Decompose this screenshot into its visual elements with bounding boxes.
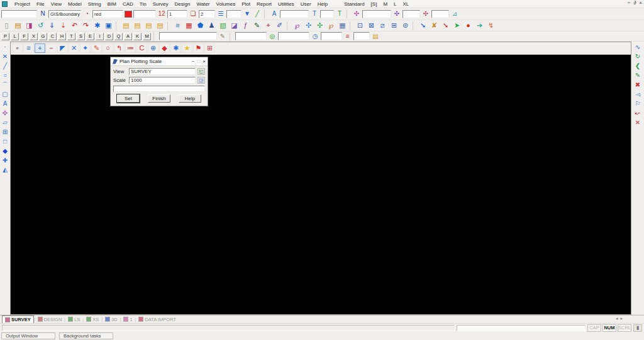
zoom-out-icon[interactable]: − (46, 43, 57, 53)
dropdown-arrow-icon[interactable]: ▼ (243, 9, 252, 18)
snap-letter-a[interactable]: A (124, 33, 132, 40)
pinwheel-1-icon[interactable]: ✣ (352, 9, 361, 18)
snap-letter-i[interactable]: I (96, 33, 104, 40)
calendar-icon[interactable]: ▦ (184, 21, 194, 30)
edit-flag-icon[interactable]: ⚐ (633, 99, 643, 108)
toggle-cap[interactable]: CAP (587, 324, 601, 332)
target-icon[interactable]: ⌖ (263, 21, 274, 30)
snap-letter-c[interactable]: C (48, 33, 57, 40)
restore-icon[interactable]: ∂ (633, 0, 636, 6)
model-input[interactable]: GIS/Boundary (48, 10, 81, 18)
tin-input-1[interactable] (362, 10, 391, 18)
menu-view[interactable]: View (48, 1, 65, 7)
tab-1[interactable]: 1 (121, 315, 135, 323)
p-macro-2-icon[interactable]: ℘ (326, 21, 336, 30)
edit-pencil-icon[interactable]: ✎ (218, 32, 227, 41)
view-menu-icon[interactable]: ≡ (23, 43, 34, 53)
menu-string[interactable]: String (85, 1, 104, 7)
tab-scroll-right-icon[interactable]: ▸ (620, 316, 623, 321)
north-symbol-icon[interactable]: N (38, 9, 47, 18)
settings-gear-icon[interactable]: ✱ (92, 21, 103, 30)
set-button[interactable]: Set (117, 94, 140, 103)
box-cross-icon[interactable]: ⊠ (366, 21, 377, 30)
menu-file[interactable]: File (33, 1, 48, 7)
edit-close-icon[interactable]: ✕ (633, 118, 643, 127)
layers-icon[interactable]: ≔ (125, 43, 136, 53)
previous-view-icon[interactable]: ↰ (114, 43, 125, 53)
draw-rect-icon[interactable]: ▢ (1, 90, 10, 99)
draw-text-icon[interactable]: A (1, 99, 10, 108)
edit-zigzag-icon[interactable]: ∿ (633, 43, 643, 52)
tile-windows-icon[interactable]: ⊞ (204, 43, 215, 53)
import-icon[interactable]: ⇓ (47, 21, 57, 30)
box-line-icon[interactable]: ⧄ (377, 21, 388, 30)
menu-user[interactable]: User (297, 1, 314, 7)
draw-grid-icon[interactable]: ⊞ (1, 128, 10, 137)
snap-letter-p[interactable]: P (1, 33, 9, 40)
colour-input[interactable]: red (92, 10, 123, 18)
folder-strings-icon[interactable]: ▤ (132, 21, 143, 30)
snap-letter-s[interactable]: S (77, 33, 85, 40)
menu-m[interactable]: M (380, 1, 391, 7)
edit-pen-icon[interactable]: ✎ (633, 71, 643, 80)
menu-help[interactable]: Help (314, 1, 331, 7)
tab-ls[interactable]: LS (65, 315, 82, 323)
tin-input-2[interactable] (402, 10, 420, 18)
pencil-icon[interactable]: ✐ (274, 21, 285, 30)
menu-standard[interactable]: Standard (341, 1, 367, 7)
snap-letter-m[interactable]: M (143, 33, 151, 40)
cad-text-input[interactable] (1, 10, 37, 18)
text-t-blue-icon[interactable]: T (310, 9, 319, 18)
tick-line-icon[interactable]: ╱ (253, 9, 262, 18)
snap-grid-icon[interactable]: ➤ (452, 21, 462, 30)
open-project-icon[interactable]: ▤ (13, 21, 23, 30)
pinwheel-2-icon[interactable]: ✣ (392, 9, 401, 18)
drive-mode-icon[interactable]: ⊕ (148, 43, 158, 53)
pinwheel-3-icon[interactable]: ✣ (421, 9, 430, 18)
scale-picker-icon[interactable]: ◲ (197, 77, 205, 84)
menu-survey[interactable]: Survey (150, 1, 172, 7)
draw-point-icon[interactable]: · (1, 43, 10, 52)
time-value-input[interactable] (278, 32, 309, 40)
ruler-icon[interactable]: ≡ (343, 32, 352, 41)
draw-arc-icon[interactable]: ⌒ (1, 81, 10, 89)
menu--s-[interactable]: [S] (368, 1, 380, 7)
snap-ring-icon[interactable]: ◎ (268, 32, 277, 41)
menu-water[interactable]: Water (193, 1, 213, 7)
snap-letter-f[interactable]: F (20, 33, 28, 40)
export-icon[interactable]: ⇣ (58, 21, 69, 30)
fit-view-icon[interactable]: ✕ (69, 43, 79, 53)
minimize-icon[interactable]: − (628, 0, 631, 6)
snap-letter-g[interactable]: G (39, 33, 47, 40)
scale-field-input[interactable]: 1000 (129, 77, 196, 84)
linestyle-icon[interactable]: ❏ (189, 9, 197, 18)
zoom-in-icon[interactable]: + (35, 43, 45, 53)
snap-letter-l[interactable]: L (11, 33, 19, 40)
menu-project[interactable]: Project (11, 1, 33, 7)
draw-angle-icon[interactable]: ◭ (1, 166, 10, 174)
pen-icon[interactable]: ✎ (252, 21, 262, 30)
snap-cross-icon[interactable]: ✘ (429, 21, 440, 30)
menu-report[interactable]: Report (253, 1, 275, 7)
view-field-input[interactable]: SURVEY (129, 68, 196, 75)
snap-dir-icon[interactable]: ➔ (474, 21, 485, 30)
draw-plus-icon[interactable]: ✚ (1, 156, 10, 165)
new-project-icon[interactable]: ▯ (1, 21, 12, 30)
snap-letter-x[interactable]: X (30, 33, 38, 40)
menu-l[interactable]: L (391, 1, 399, 7)
toggle-num[interactable]: NUM (602, 324, 616, 332)
draw-diamond-icon[interactable]: ◆ (1, 147, 10, 156)
style-input[interactable] (226, 10, 242, 18)
p-macro-icon[interactable]: ℘ (292, 21, 303, 30)
snap-cursor-icon[interactable]: ➘ (418, 21, 428, 30)
plan-canvas[interactable]: Plan Plotting Scale − □ × View SURVEY ◱ (11, 55, 631, 314)
box-arc-icon[interactable]: ⊚ (400, 21, 411, 30)
draw-square-icon[interactable]: □ (1, 137, 10, 146)
folder-value-input[interactable] (353, 32, 370, 40)
snap-height-icon[interactable]: ↯ (486, 21, 496, 30)
dialog-maximize-icon[interactable]: □ (197, 59, 200, 64)
text-a-icon[interactable]: A (270, 9, 279, 18)
menu-volumes[interactable]: Volumes (213, 1, 239, 7)
dialog-title-bar[interactable]: Plan Plotting Scale − □ × (111, 57, 208, 66)
clock-icon[interactable]: ◷ (311, 32, 319, 41)
